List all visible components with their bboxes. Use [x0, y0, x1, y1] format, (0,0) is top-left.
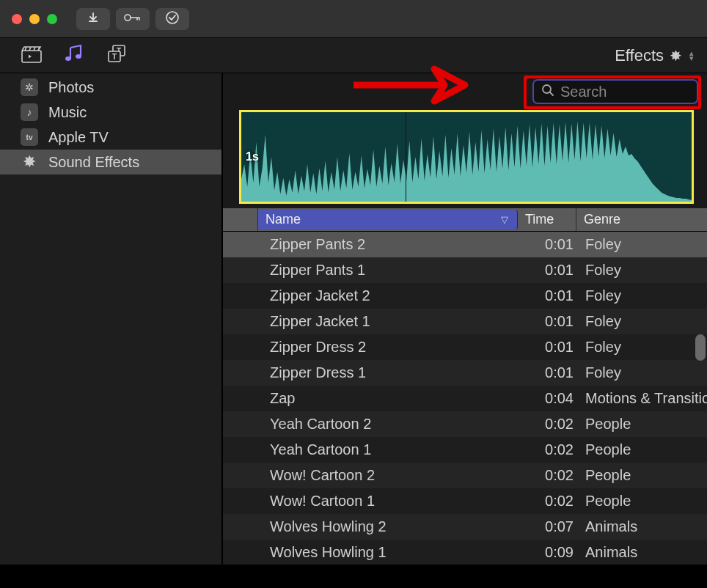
- chevron-updown-icon: ▴▾: [689, 51, 694, 61]
- app-window: TT Effects ✸ ▴▾ ✲ Photos ♪ Music tv Appl…: [0, 0, 707, 565]
- row-time-cell: 0:02: [521, 416, 576, 433]
- row-name-cell: Wow! Cartoon 1: [267, 493, 521, 510]
- row-genre-cell: People: [576, 493, 707, 510]
- table-row[interactable]: Wolves Howling 20:07Animals: [223, 514, 707, 540]
- row-genre-cell: Animals: [576, 544, 707, 561]
- waveform-preview[interactable]: 1s: [239, 110, 694, 204]
- content: ✲ Photos ♪ Music tv Apple TV ✸ Sound Eff…: [0, 73, 707, 565]
- row-name-cell: Zipper Dress 1: [267, 364, 521, 381]
- sidebar-item-label: Sound Effects: [48, 154, 139, 171]
- download-arrow-icon: [87, 12, 99, 26]
- row-genre-cell: Foley: [576, 287, 707, 304]
- row-genre-cell: Foley: [576, 364, 707, 381]
- import-button[interactable]: [76, 8, 110, 30]
- tab-titles[interactable]: TT: [95, 41, 138, 70]
- close-window-button[interactable]: [12, 14, 22, 24]
- row-name-cell: Yeah Cartoon 1: [267, 441, 521, 458]
- table-row[interactable]: Yeah Cartoon 20:02People: [223, 411, 707, 437]
- row-genre-cell: Foley: [576, 262, 707, 279]
- row-name-cell: Wolves Howling 2: [267, 518, 521, 535]
- row-genre-cell: Foley: [576, 339, 707, 356]
- sidebar-item-music[interactable]: ♪ Music: [0, 100, 221, 125]
- row-time-cell: 0:02: [521, 467, 576, 484]
- table-row[interactable]: Zap0:04Motions & Transitio: [223, 386, 707, 411]
- effects-label-text: Effects: [615, 46, 664, 65]
- row-genre-cell: Motions & Transitio: [576, 390, 707, 407]
- row-time-cell: 0:01: [521, 313, 576, 330]
- row-name-cell: Zipper Jacket 2: [267, 287, 521, 304]
- effects-table: Name ▽ Time Genre Zipper Pants 20:01Fole…: [223, 208, 707, 565]
- table-row[interactable]: Wow! Cartoon 20:02People: [223, 463, 707, 488]
- table-row[interactable]: Wolves Howling 10:09Animals: [223, 540, 707, 565]
- table-row[interactable]: Zipper Dress 20:01Foley: [223, 334, 707, 360]
- tab-audio[interactable]: [53, 41, 95, 70]
- row-genre-cell: Foley: [576, 313, 707, 330]
- sort-descending-icon: ▽: [501, 214, 508, 225]
- waveform-duration-label: 1s: [246, 150, 259, 163]
- table-row[interactable]: Zipper Jacket 20:01Foley: [223, 283, 707, 309]
- sidebar-item-photos[interactable]: ✲ Photos: [0, 75, 221, 100]
- scrollbar-thumb[interactable]: [695, 334, 706, 361]
- sidebar-item-sound-effects[interactable]: ✸ Sound Effects: [0, 150, 221, 174]
- effects-dropdown[interactable]: Effects ✸ ▴▾: [615, 46, 694, 65]
- burst-icon: ✸: [670, 47, 682, 65]
- row-name-cell: Zipper Pants 1: [267, 262, 521, 279]
- table-row[interactable]: Zipper Pants 20:01Foley: [223, 232, 707, 257]
- svg-text:T: T: [112, 53, 117, 61]
- column-header-icon[interactable]: [223, 208, 258, 231]
- column-header-label: Time: [525, 212, 554, 227]
- table-row[interactable]: Zipper Jacket 10:01Foley: [223, 309, 707, 334]
- table-row[interactable]: Yeah Cartoon 10:02People: [223, 437, 707, 463]
- column-header-name[interactable]: Name ▽: [258, 210, 518, 229]
- column-header-genre[interactable]: Genre: [576, 208, 707, 231]
- column-header-time[interactable]: Time: [518, 208, 576, 231]
- row-time-cell: 0:04: [521, 390, 576, 407]
- waveform-playhead[interactable]: [406, 112, 406, 202]
- row-time-cell: 0:01: [521, 339, 576, 356]
- row-time-cell: 0:09: [521, 544, 576, 561]
- row-time-cell: 0:01: [521, 262, 576, 279]
- row-name-cell: Zipper Pants 2: [267, 236, 521, 253]
- svg-point-9: [543, 85, 551, 93]
- key-button[interactable]: [116, 8, 150, 30]
- burst-icon: ✸: [21, 153, 38, 171]
- row-time-cell: 0:02: [521, 493, 576, 510]
- search-row: [223, 73, 707, 110]
- waveform-wrap: 1s: [223, 110, 707, 208]
- sidebar-item-label: Photos: [48, 79, 94, 96]
- traffic-lights: [12, 14, 57, 24]
- table-row[interactable]: Zipper Pants 10:01Foley: [223, 257, 707, 283]
- svg-point-4: [76, 54, 81, 59]
- column-header-label: Name: [265, 212, 301, 227]
- music-notes-icon: [63, 44, 85, 67]
- sidebar-item-label: Apple TV: [48, 129, 109, 146]
- row-genre-cell: Animals: [576, 518, 707, 535]
- table-row[interactable]: Wow! Cartoon 10:02People: [223, 488, 707, 514]
- table-row[interactable]: Zipper Dress 10:01Foley: [223, 360, 707, 386]
- row-name-cell: Wolves Howling 1: [267, 544, 521, 561]
- checkmark-button[interactable]: [155, 8, 189, 30]
- svg-point-0: [125, 15, 131, 21]
- row-name-cell: Zap: [267, 390, 521, 407]
- maximize-window-button[interactable]: [47, 14, 57, 24]
- sidebar-item-label: Music: [48, 104, 87, 121]
- row-name-cell: Yeah Cartoon 2: [267, 416, 521, 433]
- clapperboard-icon: [21, 45, 43, 67]
- search-icon: [541, 84, 554, 100]
- search-box[interactable]: [532, 79, 698, 104]
- row-genre-cell: Foley: [576, 236, 707, 253]
- row-name-cell: Zipper Jacket 1: [267, 313, 521, 330]
- row-time-cell: 0:01: [521, 364, 576, 381]
- checkmark-circle-icon: [165, 10, 180, 28]
- row-name-cell: Wow! Cartoon 2: [267, 467, 521, 484]
- titles-t-icon: TT: [106, 44, 128, 67]
- table-body: Zipper Pants 20:01FoleyZipper Pants 10:0…: [223, 232, 707, 565]
- table-header: Name ▽ Time Genre: [223, 208, 707, 232]
- sidebar-item-appletv[interactable]: tv Apple TV: [0, 125, 221, 150]
- search-input[interactable]: [560, 84, 689, 100]
- sidebar: ✲ Photos ♪ Music tv Apple TV ✸ Sound Eff…: [0, 73, 223, 565]
- minimize-window-button[interactable]: [29, 14, 40, 24]
- main-panel: 1s Name ▽ Time Genre Zipp: [223, 73, 707, 565]
- tab-media[interactable]: [10, 41, 53, 70]
- titlebar: [0, 0, 707, 38]
